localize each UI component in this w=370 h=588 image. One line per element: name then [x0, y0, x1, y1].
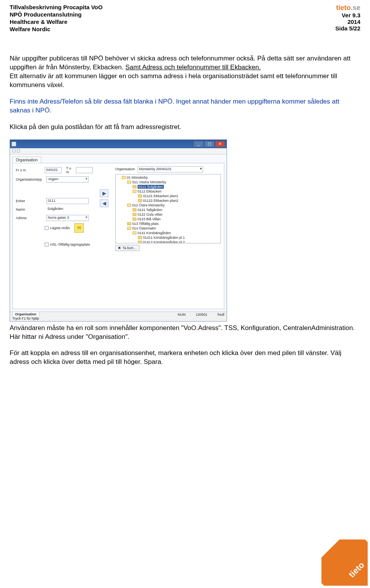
- doc-subtitle: NPÖ Producentanslutning: [10, 11, 103, 18]
- folder-icon: [127, 222, 131, 225]
- folder-icon: [138, 194, 142, 198]
- status-num: NUM: [178, 313, 186, 317]
- tabort-label: Ta bort…: [123, 246, 137, 250]
- window-controls: _ ▢ ✕: [193, 141, 225, 147]
- app-body: Organisation Fr o m 040101 T o m Organis…: [10, 154, 227, 312]
- tieto-logo: tieto.se: [335, 4, 360, 12]
- header-right: tieto.se Ver 9.3 2014 Sida 5/22: [335, 4, 360, 33]
- folder-icon: [133, 231, 136, 235]
- mailbox-button[interactable]: ✉: [74, 223, 84, 233]
- lower-text: Användaren måste ha en roll som innehåll…: [10, 324, 360, 367]
- header-left: Tillvalsbeskrivning Procapita VoO NPÖ Pr…: [10, 4, 103, 33]
- tree-node[interactable]: 0112 Ekbacken: [138, 189, 161, 193]
- folder-icon: [138, 199, 142, 202]
- status-tab-organisation[interactable]: Organisation: [12, 312, 39, 317]
- app-window: _ ▢ ✕ Organisation Fr o m 040101 T o m: [10, 139, 227, 322]
- org-select[interactable]: Mönsterby 20040101: [138, 166, 203, 173]
- from-input[interactable]: 040101: [45, 167, 62, 173]
- page-header: Tillvalsbeskrivning Procapita VoO NPÖ Pr…: [10, 4, 360, 33]
- tree-node[interactable]: 01121 Ekbacken plan1: [143, 194, 178, 198]
- tieto-corner-logo: tieto: [321, 539, 368, 586]
- tree-node[interactable]: 0121 Tallgården: [138, 208, 162, 212]
- delete-icon: ✖: [118, 246, 121, 250]
- tree-node[interactable]: 0141 Körsbärsgården: [138, 231, 171, 235]
- tab-organisation[interactable]: Organisation: [12, 157, 41, 163]
- lagsta-checkbox[interactable]: [45, 226, 49, 230]
- namn-label: Namn: [16, 208, 45, 211]
- tree-node[interactable]: 0123 Blå Villan: [138, 217, 161, 221]
- orgtyp-label: Organisationstyp: [16, 178, 45, 181]
- adress-label: Adress: [16, 216, 45, 220]
- folder-icon: [127, 204, 131, 207]
- lagsta-label: Lägsta nivån: [50, 226, 70, 230]
- status-help: Tryck F1 för hjälp: [12, 317, 39, 320]
- folder-icon: [133, 208, 136, 211]
- doc-year: 2014: [335, 18, 360, 25]
- status-right: NUM 120501 fredl: [168, 313, 224, 320]
- para-1: När uppgifter publiceras till NPÖ behöve…: [10, 54, 360, 90]
- namn-value: Solgården: [46, 206, 89, 213]
- doc-page: Sida 5/22: [335, 25, 360, 32]
- orgtyp-select[interactable]: ‹Ingen›: [46, 176, 89, 183]
- status-user: fredl: [217, 313, 224, 317]
- statusbar: Organisation Tryck F1 för hjälp NUM 1205…: [10, 312, 227, 321]
- para-3: Klicka på den gula postlådan för att få …: [10, 123, 360, 132]
- tom-label: T o m: [66, 166, 75, 174]
- close-button[interactable]: ✕: [215, 141, 225, 147]
- tree-node[interactable]: 011 Västra Mönsterby: [132, 180, 166, 184]
- tree-node[interactable]: 01412 Körsbärsgården pl 2: [143, 240, 185, 243]
- para-1b-underlined: Samt Adress och telefonnummer till Ekbac…: [125, 64, 261, 71]
- menu-icon[interactable]: [12, 149, 15, 152]
- folder-icon: [133, 190, 136, 193]
- mailbox-icon: ✉: [77, 225, 81, 231]
- adress-select[interactable]: Norra gatan 3: [46, 215, 89, 221]
- tree-node[interactable]: 013 Tillfällig plats: [132, 222, 159, 226]
- tree-node-selected[interactable]: 0111 Solgården: [138, 185, 164, 189]
- doc-title: Tillvalsbeskrivning Procapita VoO: [10, 4, 103, 10]
- panel-right: Organisation Mönsterby 20040101 01 Mönst…: [115, 166, 221, 306]
- org-label: Organisation: [115, 167, 135, 171]
- transfer-buttons: ▶ ◀: [100, 189, 108, 306]
- tree-node[interactable]: 01 Mönsterby: [127, 176, 148, 179]
- maximize-button[interactable]: ▢: [204, 141, 214, 147]
- enhet-input[interactable]: 0111: [46, 198, 89, 204]
- folder-icon: [127, 227, 131, 230]
- from-label: Fr o m: [16, 168, 43, 172]
- tom-input[interactable]: [76, 167, 93, 173]
- folder-icon: [138, 241, 142, 243]
- folder-icon: [133, 213, 136, 216]
- hsl-checkbox[interactable]: [45, 243, 49, 246]
- para-1c: Ett alternativ är att kommunen lägger en…: [10, 72, 337, 89]
- arrow-left-icon: ◀: [103, 201, 106, 206]
- tree-node[interactable]: 01122 Ekbacken plan2: [143, 199, 178, 203]
- para-2-note: Finns inte Adress/Telefon så blir dessa …: [10, 97, 360, 115]
- menu-icon[interactable]: [17, 149, 20, 152]
- menubar: [10, 148, 227, 154]
- tree-node[interactable]: 012 Östra Mönsterby: [132, 203, 165, 207]
- tree-node[interactable]: 0122 Gula villan: [138, 213, 163, 216]
- enhet-label: Enhet: [16, 199, 45, 203]
- doc-version: Ver 9.3: [335, 12, 360, 18]
- lower-para-2: För att koppla en adress till en organis…: [10, 349, 360, 367]
- doc-dept: Healthcare & Welfare: [10, 18, 103, 25]
- arrow-right-button[interactable]: ▶: [100, 189, 108, 197]
- body-text: När uppgifter publiceras till NPÖ behöve…: [10, 54, 360, 132]
- tree-node[interactable]: 014 Östermalm: [132, 226, 156, 230]
- status-date: 120501: [196, 313, 207, 317]
- logo-brand: tieto: [336, 4, 351, 12]
- folder-icon: [133, 185, 136, 188]
- folder-icon: [127, 181, 131, 184]
- doc-unit: Welfare Nordic: [10, 26, 103, 32]
- folder-icon: [138, 236, 142, 239]
- tree-node[interactable]: 01411 Körsbärsgården pl 1: [143, 236, 185, 240]
- titlebar-left-icon: [12, 142, 16, 146]
- tabort-button[interactable]: ✖ Ta bort…: [115, 245, 140, 251]
- arrow-left-button[interactable]: ◀: [100, 199, 108, 207]
- panel-left: Fr o m 040101 T o m Organisationstyp ‹In…: [16, 166, 93, 306]
- titlebar: _ ▢ ✕: [10, 140, 227, 148]
- minimize-button[interactable]: _: [193, 141, 204, 147]
- org-tree[interactable]: 01 Mönsterby 011 Västra Mönsterby 0111 S…: [115, 174, 221, 243]
- hsl-label: HSL-Tillfällig lagringsplats: [50, 243, 90, 246]
- logo-tld: .se: [351, 4, 360, 12]
- folder-icon: [133, 218, 136, 221]
